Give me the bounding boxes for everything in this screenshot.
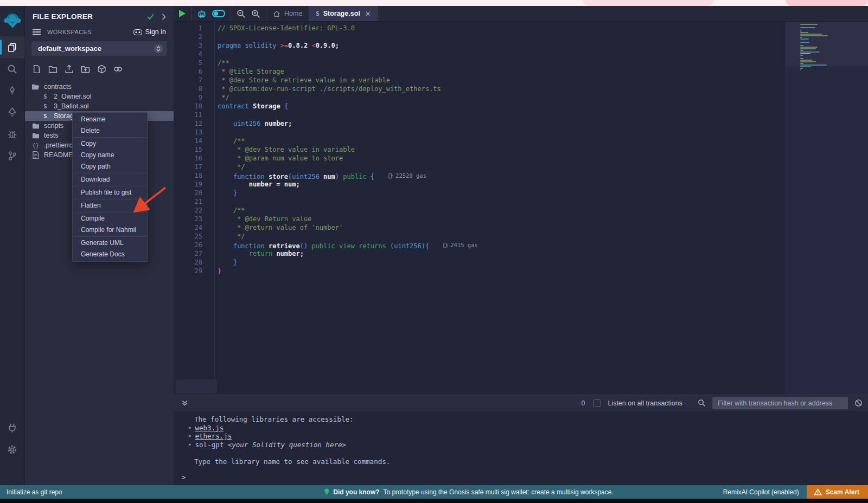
ai-copilot-icon[interactable] bbox=[197, 9, 207, 18]
clear-console-icon[interactable] bbox=[854, 399, 863, 407]
rail-search-icon[interactable] bbox=[0, 58, 25, 80]
gas-estimate-badge[interactable]: 2415 gas bbox=[443, 241, 478, 249]
cube-icon[interactable] bbox=[97, 65, 106, 74]
menu-item-compile-for-nahmii[interactable]: Compile for Nahmii bbox=[73, 224, 147, 236]
file-icon bbox=[31, 151, 40, 159]
run-script-button[interactable] bbox=[179, 10, 186, 17]
zoom-out-icon[interactable] bbox=[237, 9, 246, 18]
code-content: // SPDX-License-Identifier: GPL-3.0pragm… bbox=[214, 22, 868, 395]
new-folder-icon[interactable] bbox=[48, 65, 58, 74]
pink-blob bbox=[786, 0, 868, 6]
menu-item-copy-path[interactable]: Copy path bbox=[73, 161, 147, 172]
tree-folder-contracts[interactable]: contracts bbox=[25, 82, 174, 92]
tree-file-3-ballot-sol[interactable]: S3_Ballot.sol bbox=[25, 101, 174, 111]
line-number: 2 bbox=[174, 33, 214, 41]
code-line bbox=[215, 197, 868, 206]
solidity-file-icon: S bbox=[41, 103, 49, 109]
terminal-line: •web3.js bbox=[174, 424, 868, 433]
line-number: 1 bbox=[174, 24, 214, 33]
code-line bbox=[215, 33, 868, 41]
menu-item-publish-file-to-gist[interactable]: Publish file to gist bbox=[73, 187, 147, 198]
listen-checkbox[interactable] bbox=[593, 399, 601, 407]
line-number: 12 bbox=[174, 119, 214, 128]
library-link[interactable]: web3.js bbox=[195, 424, 224, 432]
code-line: return number; bbox=[215, 249, 868, 258]
rail-plugin-manager-icon[interactable] bbox=[0, 417, 25, 438]
link-icon[interactable] bbox=[113, 65, 123, 74]
status-bar: Initialize as git repo Did you know? To … bbox=[0, 485, 868, 499]
minimap[interactable] bbox=[785, 22, 868, 395]
hamburger-icon[interactable] bbox=[33, 29, 41, 35]
tab-storage-sol[interactable]: S Storage.sol ✕ bbox=[309, 6, 378, 21]
line-number: 10 bbox=[174, 102, 214, 111]
tree-file-2-owner-sol[interactable]: S2_Owner.sol bbox=[25, 92, 174, 101]
terminal-header: 0 Listen on all transactions bbox=[174, 395, 868, 411]
menu-item-generate-docs[interactable]: Generate Docs bbox=[73, 249, 147, 260]
minimap-code bbox=[800, 24, 831, 71]
rail-debugger-icon[interactable] bbox=[0, 123, 25, 145]
tree-item-label: tests bbox=[44, 132, 58, 139]
terminal-output[interactable]: The following libraries are accessible:•… bbox=[174, 411, 868, 485]
line-number: 23 bbox=[174, 215, 214, 223]
upload-folder-icon[interactable] bbox=[81, 65, 90, 74]
rail-file-explorer-icon[interactable] bbox=[0, 36, 25, 58]
copilot-status[interactable]: RemixAI Copilot (enabled) bbox=[723, 488, 799, 496]
transaction-count: 0 bbox=[581, 399, 585, 407]
rail-git-icon[interactable] bbox=[0, 145, 25, 166]
terminal-prompt[interactable]: > bbox=[174, 473, 868, 482]
tab-home[interactable]: Home bbox=[266, 6, 309, 21]
code-editor[interactable]: 1234567891011121314151617181920212223242… bbox=[174, 22, 868, 395]
copilot-toggle[interactable] bbox=[212, 10, 225, 17]
menu-item-flatten[interactable]: Flatten bbox=[73, 200, 147, 211]
menu-item-copy-name[interactable]: Copy name bbox=[73, 150, 147, 161]
menu-item-download[interactable]: Download bbox=[73, 174, 147, 185]
line-number: 19 bbox=[174, 180, 214, 189]
transaction-filter-input[interactable] bbox=[712, 397, 848, 409]
terminal-line: The following libraries are accessible: bbox=[174, 415, 868, 424]
collapse-terminal-icon[interactable] bbox=[181, 399, 188, 407]
panel-title: FILE EXPLORER bbox=[33, 12, 147, 21]
remix-ide-window: FILE EXPLORER WORKSPACES Sign in default… bbox=[0, 0, 868, 503]
pink-blob bbox=[583, 0, 713, 6]
rail-deploy-run-icon[interactable] bbox=[0, 101, 25, 123]
line-number: 4 bbox=[174, 50, 214, 59]
menu-item-generate-uml[interactable]: Generate UML bbox=[73, 237, 147, 249]
terminal-search-icon[interactable] bbox=[698, 399, 706, 407]
zoom-in-icon[interactable] bbox=[251, 9, 260, 18]
line-number: 7 bbox=[174, 76, 214, 85]
workspace-select[interactable]: default_workspace bbox=[31, 41, 167, 56]
listen-label: Listen on all transactions bbox=[608, 399, 682, 407]
menu-item-compile[interactable]: Compile bbox=[73, 213, 147, 224]
gas-estimate-badge[interactable]: 22520 gas bbox=[388, 171, 426, 180]
menu-separator bbox=[73, 199, 147, 199]
home-icon bbox=[273, 10, 280, 17]
new-file-icon[interactable] bbox=[32, 65, 41, 74]
upload-file-icon[interactable] bbox=[65, 65, 74, 74]
deploy-run-icon bbox=[7, 107, 17, 118]
line-number: 6 bbox=[174, 67, 214, 76]
solidity-file-icon: S bbox=[316, 10, 319, 17]
warning-icon bbox=[814, 488, 822, 495]
library-link[interactable]: ethers.js bbox=[195, 432, 232, 440]
menu-item-delete[interactable]: Delete bbox=[73, 125, 147, 137]
line-number: 24 bbox=[174, 223, 214, 232]
rail-solidity-compiler-icon[interactable] bbox=[0, 80, 25, 101]
line-number: 27 bbox=[174, 249, 214, 258]
remix-logo[interactable] bbox=[0, 6, 25, 36]
chevron-right-icon[interactable] bbox=[162, 14, 166, 20]
close-tab-icon[interactable]: ✕ bbox=[365, 10, 371, 18]
line-number: 11 bbox=[174, 111, 214, 119]
code-line bbox=[215, 111, 868, 119]
menu-separator bbox=[73, 212, 147, 212]
git-init-button[interactable]: Initialize as git repo bbox=[0, 488, 62, 496]
menu-item-rename[interactable]: Rename bbox=[73, 114, 147, 125]
menu-item-copy[interactable]: Copy bbox=[73, 138, 147, 150]
horizontal-scrollbar[interactable] bbox=[176, 379, 217, 394]
debugger-icon bbox=[7, 129, 17, 139]
scam-alert-button[interactable]: Scam Alert bbox=[807, 485, 868, 499]
code-line: * @dev Store & retrieve value in a varia… bbox=[215, 76, 868, 85]
rail-settings-icon[interactable] bbox=[0, 438, 25, 460]
workspace-sort-icon[interactable] bbox=[154, 44, 163, 53]
tree-item-label: 2_Owner.sol bbox=[54, 93, 91, 100]
sign-in-button[interactable]: Sign in bbox=[133, 28, 166, 36]
